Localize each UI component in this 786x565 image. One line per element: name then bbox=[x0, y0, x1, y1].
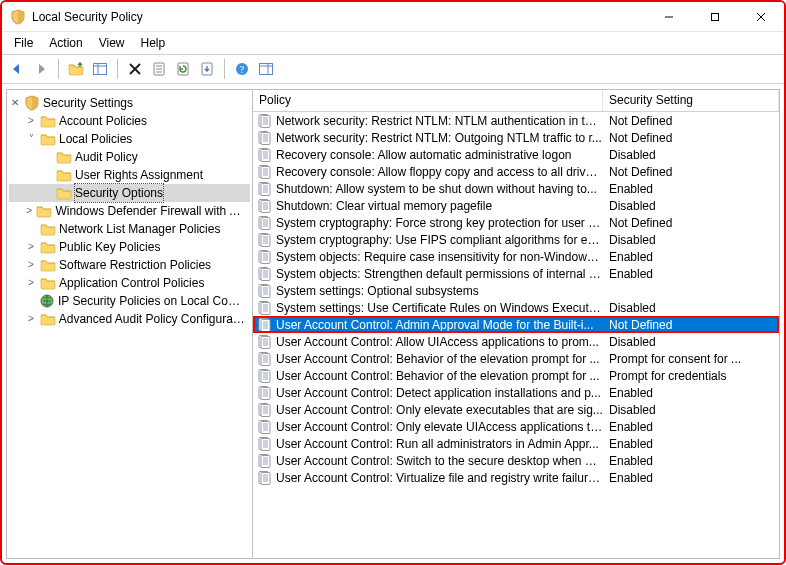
policy-name: User Account Control: Only elevate execu… bbox=[276, 403, 603, 417]
back-icon[interactable] bbox=[6, 58, 28, 80]
policy-name: User Account Control: Run all administra… bbox=[276, 437, 599, 451]
menu-file[interactable]: File bbox=[6, 34, 41, 52]
policy-setting: Enabled bbox=[603, 250, 779, 264]
policy-row[interactable]: Network security: Restrict NTLM: Outgoin… bbox=[253, 129, 779, 146]
policy-setting: Disabled bbox=[603, 233, 779, 247]
tree-item[interactable]: >Application Control Policies bbox=[9, 274, 250, 292]
policy-row[interactable]: System objects: Strengthen default permi… bbox=[253, 265, 779, 282]
toolbar-separator bbox=[224, 59, 225, 79]
policy-row[interactable]: Network security: Restrict NTLM: NTLM au… bbox=[253, 112, 779, 129]
folder-icon bbox=[40, 221, 56, 237]
tree-item[interactable]: >Public Key Policies bbox=[9, 238, 250, 256]
export-list-icon[interactable] bbox=[196, 58, 218, 80]
policy-row[interactable]: System settings: Optional subsystems bbox=[253, 282, 779, 299]
policy-name: System objects: Strengthen default permi… bbox=[276, 267, 603, 281]
tree-item[interactable]: >Software Restriction Policies bbox=[9, 256, 250, 274]
policy-row[interactable]: System cryptography: Force strong key pr… bbox=[253, 214, 779, 231]
show-hide-tree-icon[interactable] bbox=[89, 58, 111, 80]
policy-name: Network security: Restrict NTLM: Outgoin… bbox=[276, 131, 602, 145]
column-header-policy[interactable]: Policy bbox=[253, 90, 603, 111]
policy-row[interactable]: Shutdown: Clear virtual memory pagefileD… bbox=[253, 197, 779, 214]
tree-item[interactable]: User Rights Assignment bbox=[9, 166, 250, 184]
tree-root[interactable]: ✕ Security Settings bbox=[9, 94, 250, 112]
forward-icon[interactable] bbox=[30, 58, 52, 80]
policy-row[interactable]: Recovery console: Allow automatic admini… bbox=[253, 146, 779, 163]
up-icon[interactable] bbox=[65, 58, 87, 80]
policy-icon bbox=[257, 249, 273, 265]
policy-row[interactable]: User Account Control: Run all administra… bbox=[253, 435, 779, 452]
delete-icon[interactable] bbox=[124, 58, 146, 80]
window-title: Local Security Policy bbox=[32, 10, 646, 24]
policy-name: Recovery console: Allow floppy copy and … bbox=[276, 165, 603, 179]
policy-icon bbox=[257, 130, 273, 146]
tree-item[interactable]: >Advanced Audit Policy Configuration bbox=[9, 310, 250, 328]
policy-icon bbox=[257, 283, 273, 299]
policy-icon bbox=[257, 436, 273, 452]
policy-row[interactable]: User Account Control: Switch to the secu… bbox=[253, 452, 779, 469]
minimize-button[interactable] bbox=[646, 2, 692, 31]
expand-icon[interactable]: > bbox=[25, 112, 37, 130]
policy-name: Recovery console: Allow automatic admini… bbox=[276, 148, 571, 162]
close-button[interactable] bbox=[738, 2, 784, 31]
policy-row[interactable]: User Account Control: Allow UIAccess app… bbox=[253, 333, 779, 350]
ipsec-icon bbox=[39, 293, 55, 309]
policy-icon bbox=[257, 385, 273, 401]
policy-row[interactable]: System cryptography: Use FIPS compliant … bbox=[253, 231, 779, 248]
collapse-icon[interactable]: ˅ bbox=[25, 130, 37, 148]
menu-action[interactable]: Action bbox=[41, 34, 90, 52]
tree-item[interactable]: >Windows Defender Firewall with Advanced… bbox=[9, 202, 250, 220]
policy-row[interactable]: System settings: Use Certificate Rules o… bbox=[253, 299, 779, 316]
policy-icon bbox=[257, 470, 273, 486]
expand-icon[interactable]: > bbox=[25, 238, 37, 256]
expand-icon[interactable]: > bbox=[25, 256, 37, 274]
tree-item-label: Security Options bbox=[75, 184, 163, 202]
tree[interactable]: ✕ Security Settings >Account Policies˅Lo… bbox=[7, 90, 252, 558]
collapse-icon[interactable]: ✕ bbox=[9, 94, 21, 112]
policy-setting: Enabled bbox=[603, 437, 779, 451]
policy-icon bbox=[257, 368, 273, 384]
column-header-setting[interactable]: Security Setting bbox=[603, 90, 779, 111]
policy-row[interactable]: User Account Control: Detect application… bbox=[253, 384, 779, 401]
grid-body[interactable]: Network security: Restrict NTLM: NTLM au… bbox=[253, 112, 779, 558]
tree-item[interactable]: IP Security Policies on Local Computer bbox=[9, 292, 250, 310]
titlebar: Local Security Policy bbox=[2, 2, 784, 32]
menu-view[interactable]: View bbox=[91, 34, 133, 52]
refresh-icon[interactable] bbox=[172, 58, 194, 80]
policy-row[interactable]: Shutdown: Allow system to be shut down w… bbox=[253, 180, 779, 197]
tree-item[interactable]: Network List Manager Policies bbox=[9, 220, 250, 238]
tree-root-label: Security Settings bbox=[43, 94, 133, 112]
policy-row[interactable]: User Account Control: Virtualize file an… bbox=[253, 469, 779, 486]
policy-row[interactable]: System objects: Require case insensitivi… bbox=[253, 248, 779, 265]
policy-setting: Disabled bbox=[603, 148, 779, 162]
folder-icon bbox=[36, 203, 52, 219]
policy-name: System settings: Optional subsystems bbox=[276, 284, 479, 298]
policy-row[interactable]: Recovery console: Allow floppy copy and … bbox=[253, 163, 779, 180]
folder-icon bbox=[56, 167, 72, 183]
policy-row[interactable]: User Account Control: Admin Approval Mod… bbox=[253, 316, 779, 333]
policy-setting: Not Defined bbox=[603, 165, 779, 179]
policy-icon bbox=[257, 351, 273, 367]
maximize-button[interactable] bbox=[692, 2, 738, 31]
folder-icon bbox=[40, 275, 56, 291]
shield-icon bbox=[24, 95, 40, 111]
show-hide-action-pane-icon[interactable] bbox=[255, 58, 277, 80]
policy-icon bbox=[257, 147, 273, 163]
expand-icon[interactable]: > bbox=[25, 202, 33, 220]
policy-row[interactable]: User Account Control: Only elevate execu… bbox=[253, 401, 779, 418]
tree-item[interactable]: Audit Policy bbox=[9, 148, 250, 166]
expand-icon[interactable]: > bbox=[25, 274, 37, 292]
policy-row[interactable]: User Account Control: Only elevate UIAcc… bbox=[253, 418, 779, 435]
toolbar-separator bbox=[117, 59, 118, 79]
tree-item[interactable]: >Account Policies bbox=[9, 112, 250, 130]
help-icon[interactable]: ? bbox=[231, 58, 253, 80]
policy-setting: Prompt for consent for ... bbox=[603, 352, 779, 366]
policy-name: System settings: Use Certificate Rules o… bbox=[276, 301, 603, 315]
policy-setting: Disabled bbox=[603, 335, 779, 349]
policy-row[interactable]: User Account Control: Behavior of the el… bbox=[253, 367, 779, 384]
expand-icon[interactable]: > bbox=[25, 310, 37, 328]
properties-icon[interactable] bbox=[148, 58, 170, 80]
menu-help[interactable]: Help bbox=[133, 34, 174, 52]
policy-row[interactable]: User Account Control: Behavior of the el… bbox=[253, 350, 779, 367]
tree-item[interactable]: ˅Local Policies bbox=[9, 130, 250, 148]
tree-item[interactable]: Security Options bbox=[9, 184, 250, 202]
